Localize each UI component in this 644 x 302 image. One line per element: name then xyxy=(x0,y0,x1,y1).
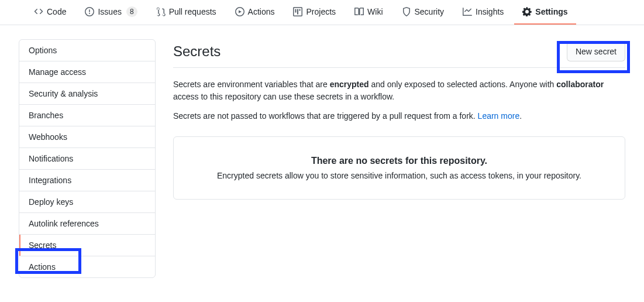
code-icon xyxy=(34,7,43,16)
sidebar-item-manage-access[interactable]: Manage access xyxy=(19,61,155,83)
tab-pulls-label: Pull requests xyxy=(169,7,216,16)
project-icon xyxy=(293,7,302,16)
subhead: Secrets New secret xyxy=(173,42,625,68)
empty-state-title: There are no secrets for this repository… xyxy=(185,156,613,166)
play-icon xyxy=(235,7,244,16)
settings-layout: Options Manage access Security & analysi… xyxy=(0,25,644,292)
description-2: Secrets are not passed to workflows that… xyxy=(173,110,625,122)
shield-icon xyxy=(402,7,411,16)
sidebar-item-autolink[interactable]: Autolink references xyxy=(19,213,155,235)
tab-actions-label: Actions xyxy=(248,7,275,16)
tab-settings[interactable]: Settings xyxy=(514,1,576,25)
page-title: Secrets xyxy=(173,43,221,60)
tab-pulls[interactable]: Pull requests xyxy=(148,1,225,25)
tab-code-label: Code xyxy=(47,7,66,16)
sidebar-item-webhooks[interactable]: Webhooks xyxy=(19,126,155,148)
sidebar-item-integrations[interactable]: Integrations xyxy=(19,170,155,191)
pull-request-icon xyxy=(156,7,166,16)
graph-icon xyxy=(463,7,472,16)
sidebar-item-secrets[interactable]: Secrets xyxy=(19,235,155,256)
tab-insights-label: Insights xyxy=(476,7,504,16)
gear-icon xyxy=(522,7,532,16)
sidebar-item-actions[interactable]: Actions xyxy=(19,256,155,277)
settings-menu: Options Manage access Security & analysi… xyxy=(19,39,156,278)
sidebar-item-options[interactable]: Options xyxy=(19,40,155,61)
main-content: Secrets New secret Secrets are environme… xyxy=(173,39,625,278)
tab-security[interactable]: Security xyxy=(394,1,453,25)
tab-issues[interactable]: Issues 8 xyxy=(77,1,145,25)
text: Secrets are not passed to workflows that… xyxy=(173,111,478,121)
description-1: Secrets are environment variables that a… xyxy=(173,78,625,103)
tab-wiki-label: Wiki xyxy=(367,7,383,16)
sidebar-item-deploy-keys[interactable]: Deploy keys xyxy=(19,191,155,213)
tab-code[interactable]: Code xyxy=(26,1,74,25)
issues-count: 8 xyxy=(126,6,137,17)
empty-state: There are no secrets for this repository… xyxy=(173,136,625,200)
tab-projects-label: Projects xyxy=(306,7,336,16)
settings-sidebar: Options Manage access Security & analysi… xyxy=(19,39,156,278)
new-secret-button[interactable]: New secret xyxy=(567,42,625,61)
learn-more-link[interactable]: Learn more xyxy=(478,111,520,121)
text-bold: encrypted xyxy=(330,80,369,89)
text: . xyxy=(519,111,522,121)
book-icon xyxy=(354,7,364,16)
text: Secrets are environment variables that a… xyxy=(173,80,330,89)
text-bold: collaborator xyxy=(556,80,604,89)
tab-issues-label: Issues xyxy=(98,7,121,16)
empty-state-body: Encrypted secrets allow you to store sen… xyxy=(185,171,613,180)
sidebar-item-branches[interactable]: Branches xyxy=(19,105,155,126)
issue-icon xyxy=(85,7,94,16)
tab-security-label: Security xyxy=(415,7,445,16)
sidebar-item-security-analysis[interactable]: Security & analysis xyxy=(19,83,155,105)
tab-projects[interactable]: Projects xyxy=(285,1,344,25)
repo-nav: Code Issues 8 Pull requests Actions Proj… xyxy=(0,0,644,25)
text: and only exposed to selected actions. An… xyxy=(369,80,557,89)
tab-wiki[interactable]: Wiki xyxy=(346,1,391,25)
text: access to this repository can use these … xyxy=(173,92,394,101)
tab-settings-label: Settings xyxy=(535,7,567,16)
tab-insights[interactable]: Insights xyxy=(454,1,512,25)
tab-actions[interactable]: Actions xyxy=(227,1,283,25)
sidebar-item-notifications[interactable]: Notifications xyxy=(19,148,155,170)
